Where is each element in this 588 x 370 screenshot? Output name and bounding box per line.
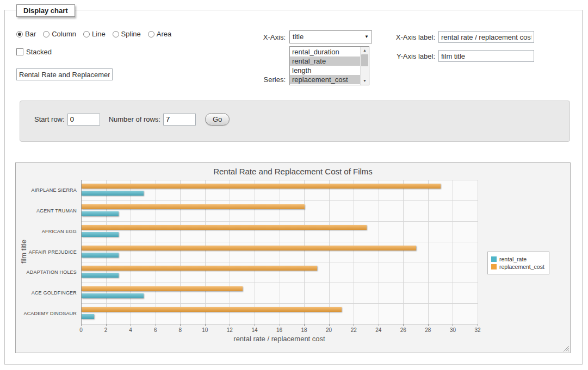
x-tick-label: 10	[197, 327, 213, 333]
fieldset-legend: Display chart	[16, 4, 75, 17]
radio-label: Line	[92, 30, 106, 38]
category-label: AFRICAN EGG	[17, 229, 77, 234]
bar-replacement_cost	[82, 266, 317, 271]
grid-line-vertical	[304, 180, 305, 324]
x-tick-label: 14	[246, 327, 263, 333]
series-option-replacement_cost[interactable]: replacement_cost	[290, 75, 361, 84]
chart-legend: rental_ratereplacement_cost	[487, 252, 549, 274]
x-tick-label: 22	[345, 327, 362, 333]
grid-line-vertical	[106, 180, 107, 324]
grid-line-vertical	[354, 180, 354, 324]
radio-label: Area	[157, 30, 171, 38]
chart-type-radio-bar[interactable]: Bar	[16, 30, 36, 38]
x-axis-select[interactable]: title ▼	[289, 30, 372, 43]
bar-replacement_cost	[82, 246, 416, 250]
chart-type-radio-spline[interactable]: Spline	[113, 30, 141, 38]
bar-replacement_cost	[82, 204, 305, 209]
radio-label: Spline	[121, 30, 141, 38]
chart-title-input[interactable]	[16, 68, 113, 80]
grid-line-horizontal	[81, 283, 478, 283]
bar-replacement_cost	[82, 225, 367, 230]
legend-label: replacement_cost	[499, 264, 544, 270]
y-axis-label-input[interactable]	[438, 50, 534, 62]
x-tick-label: 20	[321, 327, 337, 333]
chart-resize-handle[interactable]	[562, 344, 569, 352]
x-axis-label-input[interactable]	[438, 31, 534, 43]
category-label: AFFAIR PREJUDICE	[17, 249, 77, 255]
category-label: ACE GOLDFINGER	[17, 290, 77, 296]
grid-line-vertical	[180, 180, 181, 324]
x-axis-select-value: title	[293, 33, 304, 41]
radio-icon[interactable]	[16, 31, 23, 37]
x-tick-label: 6	[147, 327, 164, 333]
legend-swatch-icon	[491, 256, 497, 262]
x-axis-select-label: X-Axis:	[228, 33, 286, 41]
rows-panel: Start row: Number of rows: Go	[20, 101, 570, 142]
x-axis-line	[81, 324, 478, 324]
scrollbar-thumb[interactable]	[361, 54, 368, 66]
axis-tick	[478, 324, 478, 326]
radio-icon[interactable]	[148, 31, 154, 37]
grid-line-vertical	[205, 180, 206, 324]
legend-label: rental_rate	[499, 256, 527, 262]
radio-icon[interactable]	[43, 31, 49, 37]
bar-rental_rate	[82, 253, 119, 258]
bar-replacement_cost	[82, 184, 441, 189]
x-tick-label: 26	[395, 327, 411, 333]
grid-line-vertical	[478, 180, 478, 324]
legend-entry-replacement_cost: replacement_cost	[491, 264, 544, 270]
bar-rental_rate	[82, 273, 119, 278]
bar-rental_rate	[82, 293, 144, 298]
grid-line-vertical	[156, 180, 156, 324]
bar-rental_rate	[82, 314, 94, 319]
category-label: AGENT TRUMAN	[17, 208, 77, 214]
grid-line-vertical	[329, 180, 330, 324]
grid-line-vertical	[255, 180, 255, 324]
series-options: rental_durationrental_ratelengthreplacem…	[290, 47, 361, 84]
radio-icon[interactable]	[83, 31, 90, 37]
go-button[interactable]: Go	[205, 113, 230, 126]
chart-title: Rental Rate and Replacement Cost of Film…	[16, 167, 570, 176]
x-tick-label: 4	[122, 327, 139, 333]
radio-label: Column	[52, 30, 76, 38]
x-tick-label: 32	[469, 327, 486, 333]
grid-line-vertical	[280, 180, 280, 324]
stacked-checkbox[interactable]	[16, 48, 23, 55]
x-tick-label: 28	[420, 327, 436, 333]
radio-label: Bar	[25, 30, 36, 38]
chart-panel: Rental Rate and Replacement Cost of Film…	[15, 162, 571, 353]
series-option-rental_rate[interactable]: rental_rate	[290, 57, 361, 66]
grid-line-vertical	[403, 180, 404, 324]
bar-replacement_cost	[82, 307, 342, 312]
series-listbox[interactable]: rental_durationrental_ratelengthreplacem…	[289, 46, 369, 85]
grid-line-vertical	[131, 180, 131, 324]
bar-rental_rate	[82, 232, 119, 237]
start-row-label: Start row:	[34, 115, 65, 123]
radio-icon[interactable]	[113, 31, 119, 37]
chart-type-radio-line[interactable]: Line	[83, 30, 106, 38]
grid-line-horizontal	[81, 303, 478, 304]
scrollbar-up-icon[interactable]: ▲	[361, 47, 369, 54]
grid-line-vertical	[428, 180, 429, 324]
x-tick-label: 16	[271, 327, 288, 333]
chevron-down-icon: ▼	[364, 31, 369, 43]
bar-replacement_cost	[82, 286, 243, 291]
number-of-rows-label: Number of rows:	[109, 115, 160, 123]
scrollbar-down-icon[interactable]: ▼	[361, 77, 369, 85]
x-tick-label: 30	[444, 327, 461, 333]
series-option-length[interactable]: length	[290, 66, 361, 75]
x-axis-title: rental rate / replacement cost	[81, 335, 478, 343]
series-option-rental_duration[interactable]: rental_duration	[290, 47, 361, 57]
chart-type-radio-column[interactable]: Column	[43, 30, 76, 38]
series-scrollbar[interactable]: ▲ ▼	[360, 47, 369, 85]
stacked-checkbox-row[interactable]: Stacked	[16, 48, 52, 56]
grid-line-horizontal	[81, 221, 478, 222]
start-row-input[interactable]	[67, 114, 100, 126]
number-of-rows-input[interactable]	[163, 114, 196, 126]
bar-rental_rate	[82, 191, 144, 196]
grid-line-horizontal	[81, 180, 478, 180]
stacked-label: Stacked	[26, 48, 52, 56]
grid-line-horizontal	[81, 242, 478, 242]
grid-line-horizontal	[81, 262, 478, 262]
chart-type-radio-area[interactable]: Area	[148, 30, 171, 38]
